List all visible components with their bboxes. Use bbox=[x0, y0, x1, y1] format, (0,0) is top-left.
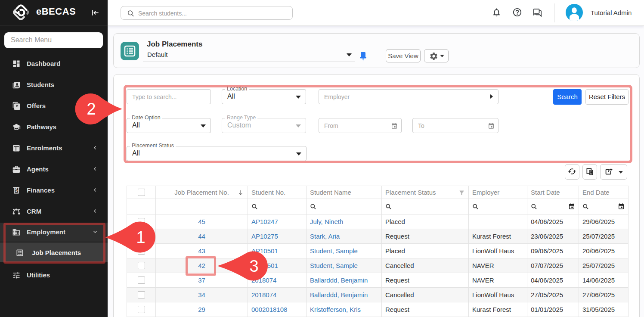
svg-text:$: $ bbox=[15, 188, 18, 193]
